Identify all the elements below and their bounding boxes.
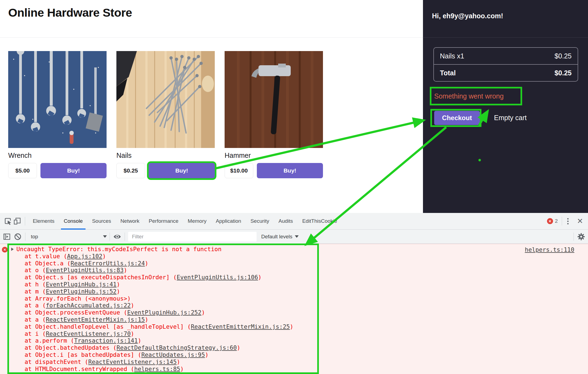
product-price: $10.00 (225, 163, 253, 178)
stack-frame-text: at t.value ( (25, 253, 67, 260)
stack-source-link[interactable]: ReactEventListener.js:70 (46, 330, 131, 337)
stack-frame: at a (ReactEventEmitterMixin.js:15) (9, 316, 317, 323)
product-card-nails: Nails $0.25 Buy! (116, 51, 215, 178)
toolbar-right-controls (571, 232, 586, 241)
cart-item-price: $0.25 (554, 52, 572, 60)
stack-source-link[interactable]: ReactEventListener.js:145 (88, 358, 177, 365)
devtools-tabs: ElementsConsoleSourcesNetworkPerformance… (28, 213, 342, 230)
cart-error-message: Something went wrong (431, 92, 504, 100)
tab-console[interactable]: Console (59, 213, 87, 230)
cart-item-label: Nails x1 (440, 52, 464, 60)
stack-source-link[interactable]: ReactEventEmitterMixin.js:25 (191, 323, 290, 330)
tab-performance[interactable]: Performance (144, 213, 183, 230)
stack-frame-text: at Object.a ( (25, 260, 70, 267)
stack-frame: at Object.batchedUpdates (ReactDefaultBa… (9, 344, 317, 351)
stack-frame-text: ) (145, 260, 148, 267)
kebab-menu-icon[interactable] (566, 217, 570, 225)
log-levels-label: Default levels (261, 234, 292, 240)
stack-frame: at dispatchEvent (ReactEventListener.js:… (9, 358, 317, 366)
stack-frame-text: at a.perform ( (25, 337, 74, 344)
wrench-product-image (8, 51, 107, 148)
buy-button-nails[interactable]: Buy! (149, 163, 215, 178)
product-price: $0.25 (116, 163, 145, 178)
page-title: Online Hardware Store (8, 6, 132, 19)
stack-frame-text: ) (124, 267, 127, 274)
error-circle-icon: ✕ (2, 247, 8, 253)
console-error-highlight: Uncaught TypeError: this.myCodeIsPerfect… (7, 244, 319, 374)
tabbar-right-controls: ✕ 2 ✕ (547, 217, 588, 225)
stack-frame: at a.perform (Transaction.js:141) (9, 337, 317, 344)
stack-frame-text: at o ( (25, 267, 46, 274)
cart-sidebar: Hi, eh9y@yahoo.com! Nails x1 $0.25 Total… (423, 0, 588, 213)
tab-memory[interactable]: Memory (183, 213, 211, 230)
stack-frame: at Object.i [as batchedUpdates] (ReactUp… (9, 351, 317, 358)
inspect-icon[interactable] (3, 216, 13, 226)
device-toolbar-icon[interactable] (13, 216, 22, 226)
stack-source-link[interactable]: EventPluginHub.js:41 (46, 281, 117, 288)
stack-source-link[interactable]: ReactErrorUtils.js:24 (70, 260, 145, 267)
stack-frame: at t.value (App.js:102) (9, 253, 317, 260)
cart-total-label: Total (440, 69, 456, 77)
stack-source-link[interactable]: App.js:102 (67, 253, 102, 260)
log-levels-dropdown[interactable]: Default levels (261, 234, 299, 240)
tab-elements[interactable]: Elements (28, 213, 59, 230)
stack-source-link[interactable]: Transaction.js:141 (74, 337, 138, 344)
stack-frame-text: ) (117, 288, 120, 295)
stack-frame-text: ) (138, 337, 141, 344)
console-sidebar-icon[interactable] (2, 232, 11, 241)
stack-frame-text: ) (177, 358, 180, 365)
console-error-message[interactable]: Uncaught TypeError: this.myCodeIsPerfect… (9, 246, 317, 253)
stack-source-link[interactable]: EventPluginUtils.js:83 (46, 267, 124, 274)
error-count: 2 (555, 218, 558, 224)
stack-frame-text: ) (131, 302, 134, 309)
context-value: top (31, 234, 38, 240)
stack-source-link[interactable]: helpers.ts:85 (134, 366, 180, 372)
stack-source-link[interactable]: EventPluginHub.js:252 (127, 309, 201, 316)
stack-frame-text: at Array.forEach (<anonymous>) (25, 295, 131, 302)
product-list: Wrench $5.00 Buy! (8, 51, 323, 178)
product-name: Wrench (8, 152, 107, 159)
console-source-link[interactable]: helpers.ts:110 (525, 246, 574, 253)
product-price-row: $10.00 Buy! (225, 163, 323, 178)
stack-source-link[interactable]: ReactUpdates.js:95 (141, 351, 205, 358)
tab-editthiscookie[interactable]: EditThisCookie (298, 213, 342, 230)
buy-button-hammer[interactable]: Buy! (257, 163, 323, 178)
console-toolbar: top Default levels (0, 230, 588, 244)
tab-application[interactable]: Application (211, 213, 246, 230)
tab-audits[interactable]: Audits (274, 213, 298, 230)
checkout-button[interactable]: Checkout (434, 111, 480, 125)
tab-network[interactable]: Network (116, 213, 144, 230)
stack-frame-text: at h ( (25, 281, 46, 288)
chevron-down-icon (103, 235, 107, 238)
stack-frame: at Object.a (ReactErrorUtils.js:24) (9, 260, 317, 267)
error-badge-icon[interactable]: ✕ (547, 218, 553, 224)
toolbar-separator (25, 233, 25, 241)
stack-source-link[interactable]: EventPluginHub.js:52 (46, 288, 117, 295)
stack-frame: at Array.forEach (<anonymous>) (9, 295, 317, 302)
stack-source-link[interactable]: forEachAccumulated.js:22 (46, 302, 131, 309)
stack-source-link[interactable]: ReactDefaultBatchingStrategy.js:60 (117, 344, 237, 351)
stack-frame: at Object.s [as executeDispatchesInOrder… (9, 274, 317, 281)
devtools-panel: ElementsConsoleSourcesNetworkPerformance… (0, 213, 588, 374)
context-dropdown[interactable]: top (28, 234, 107, 240)
close-icon[interactable]: ✕ (577, 218, 583, 225)
gear-icon[interactable] (577, 232, 586, 241)
empty-cart-link[interactable]: Empty cart (494, 114, 527, 122)
toolbar-separator (110, 233, 110, 241)
nails-product-image (116, 51, 215, 148)
stack-source-link[interactable]: ReactEventEmitterMixin.js:15 (46, 316, 145, 323)
clear-console-icon[interactable] (13, 232, 22, 241)
stack-source-link[interactable]: EventPluginUtils.js:106 (177, 274, 258, 281)
eye-icon[interactable] (113, 232, 122, 241)
product-card-wrench: Wrench $5.00 Buy! (8, 51, 107, 178)
stack-frame-text: at Object.handleTopLevel [as _handleTopL… (25, 323, 191, 330)
stack-frame: at Object.handleTopLevel [as _handleTopL… (9, 323, 317, 330)
stack-frame-text: at dispatchEvent ( (25, 358, 88, 365)
tab-security[interactable]: Security (246, 213, 274, 230)
stack-frame-text: at Object.s [as executeDispatchesInOrder… (25, 274, 177, 281)
tab-sources[interactable]: Sources (87, 213, 116, 230)
filter-input[interactable] (128, 232, 257, 242)
stack-frame-text: ) (201, 309, 205, 316)
buy-button-wrench[interactable]: Buy! (40, 163, 107, 178)
user-greeting: Hi, eh9y@yahoo.com! (432, 12, 503, 20)
